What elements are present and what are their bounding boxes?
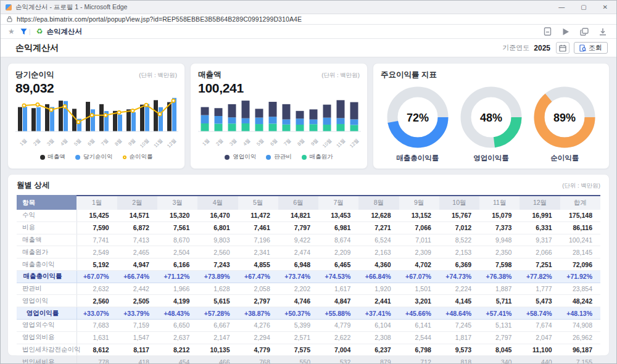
table-cell: +67.47% — [238, 270, 278, 283]
table-cell: 7,373 — [479, 221, 520, 234]
page-header: 손익계산서 기준연도 2025 조회 — [1, 39, 616, 57]
table-cell: 74,908 — [560, 320, 600, 332]
legend-dot-icon — [225, 155, 230, 160]
table-cell: 4,855 — [238, 259, 278, 271]
column-header: 2월 — [117, 196, 157, 210]
download-icon[interactable] — [599, 28, 607, 36]
x-axis-label: 11월 — [153, 138, 164, 149]
column-header: 8월 — [358, 196, 399, 210]
table-cell: 2,058 — [238, 283, 278, 295]
donut-label: 순이익률 — [550, 154, 579, 163]
table-cell: 11,472 — [238, 210, 278, 221]
table-cell: 2,202 — [278, 283, 318, 295]
donut-매출총이익률: 72%매출총이익률 — [386, 85, 450, 163]
table-cell: 9,422 — [278, 234, 318, 246]
row-label: 매출액 — [17, 234, 77, 246]
x-axis-label: 5월 — [73, 138, 82, 147]
base-year-value[interactable]: 2025 — [534, 44, 550, 52]
legend-label: 매출액 — [48, 153, 66, 161]
donut-label: 매출총이익률 — [396, 154, 439, 163]
stack-영업이익 — [296, 111, 304, 118]
table-cell: 6,801 — [197, 221, 238, 234]
table-cell: 7,683 — [77, 320, 117, 332]
table-cell: 5,192 — [77, 259, 117, 271]
stack-판관비 — [255, 118, 263, 124]
table-cell: 2,797 — [238, 295, 278, 307]
table-cell: 10,135 — [197, 344, 238, 356]
line-marker — [144, 104, 147, 107]
table-cell: 7,561 — [157, 221, 197, 234]
line-marker — [131, 109, 134, 112]
stack-영업이익 — [228, 104, 236, 117]
table-cell: 4,360 — [358, 259, 399, 271]
dashboard-content: 당기순이익 (단위 : 백만원) 89,032 1월2월3월4월5월6월7월8월… — [1, 57, 616, 363]
table-cell: 8,670 — [157, 234, 197, 246]
x-axis-label: 4월 — [59, 138, 68, 147]
report-document-icon[interactable] — [544, 27, 552, 36]
column-header: 6월 — [278, 196, 318, 210]
table-cell: +50.37% — [278, 307, 318, 320]
table-cell: 6,524 — [358, 234, 399, 246]
stack-영업이익 — [269, 102, 277, 117]
table-cell: 6,948 — [278, 259, 318, 271]
revenue-legend: 영업이익판관비매출원가 — [198, 153, 360, 161]
x-axis-label: 6월 — [86, 138, 96, 147]
bar-당기순이익 — [145, 104, 149, 131]
table-cell: 2,294 — [238, 331, 278, 344]
lock-icon[interactable] — [7, 16, 12, 22]
table-cell: 1,887 — [479, 283, 520, 295]
table-cell: 2,147 — [197, 331, 238, 344]
table-row: 영업외비용1,6311,5472,6372,1472,2942,5712,622… — [17, 331, 600, 344]
stack-판관비 — [283, 120, 291, 125]
table-cell: 8,612 — [77, 344, 117, 356]
filter-funnel-icon[interactable] — [20, 28, 27, 35]
table-cell: 2,622 — [318, 331, 358, 344]
table-cell: 2,632 — [77, 283, 117, 295]
stack-매출원가 — [201, 123, 209, 131]
search-button[interactable]: 조회 — [574, 42, 608, 54]
table-cell: 6,141 — [399, 320, 439, 332]
recycle-icon: ♻ — [36, 27, 43, 36]
table-cell: 2,224 — [439, 283, 479, 295]
net-income-legend: 매출액당기순이익순이익률 — [15, 153, 177, 161]
page-title: 손익계산서 — [15, 43, 59, 54]
table-cell: 6,369 — [439, 259, 479, 271]
table-cell: 4,947 — [117, 259, 157, 271]
calendar-button[interactable] — [556, 42, 569, 54]
profit-ratio-card: 주요이익률 지표 72%매출총이익률48%영업이익률89%순이익률 — [373, 63, 610, 169]
legend-label: 영업이익 — [233, 153, 256, 161]
table-row: 비용7,5906,8727,5616,8017,4617,7976,9817,2… — [17, 221, 600, 234]
minimize-icon[interactable]: — — [558, 4, 565, 10]
favorite-star-icon[interactable]: ★ — [8, 27, 15, 36]
maximize-icon[interactable]: ▢ — [581, 4, 586, 10]
stack-매출원가 — [255, 124, 263, 131]
table-cell: +48.64% — [439, 307, 479, 320]
table-cell: 1,777 — [520, 283, 560, 295]
table-cell: +71.12% — [157, 270, 197, 283]
table-cell: +55.88% — [318, 307, 358, 320]
table-cell: 12,628 — [358, 210, 399, 221]
table-cell: 879 — [358, 356, 399, 363]
legend-label: 판관비 — [274, 153, 292, 161]
table-cell: +38.87% — [238, 307, 278, 320]
table-cell: 13,453 — [318, 210, 358, 221]
url-text[interactable]: https://epa.bimatrix.com/portal/popupVie… — [17, 15, 302, 23]
table-cell: 1,966 — [157, 283, 197, 295]
stack-판관비 — [215, 116, 223, 123]
table-cell: 4,779 — [318, 320, 358, 332]
donut-charts-row: 72%매출총이익률48%영업이익률89%순이익률 — [381, 85, 602, 163]
legend-label: 매출원가 — [310, 153, 333, 161]
close-icon[interactable]: ✕ — [603, 4, 608, 10]
table-row: 영업이익2,5602,5054,1995,6152,7974,7464,8472… — [17, 295, 600, 307]
table-cell: 712 — [399, 356, 439, 363]
copy-window-icon[interactable] — [580, 28, 589, 36]
x-axis-label: 4월 — [242, 138, 251, 147]
run-play-icon[interactable] — [562, 28, 569, 36]
table-cell: 418 — [117, 356, 157, 363]
stack-매출원가 — [296, 125, 304, 131]
window-titlebar: 손익계산서 - 프로필 1 - Microsoft Edge — ▢ ✕ — [1, 1, 616, 14]
stack-매출원가 — [269, 123, 277, 131]
bookmark-report-link[interactable]: 손익계산서 — [46, 27, 82, 36]
monthly-detail-card: 월별 상세 (단위 : 백만원) 항목1월2월3월4월5월6월7월8월9월10월… — [7, 174, 610, 356]
table-cell: 550 — [278, 356, 318, 363]
